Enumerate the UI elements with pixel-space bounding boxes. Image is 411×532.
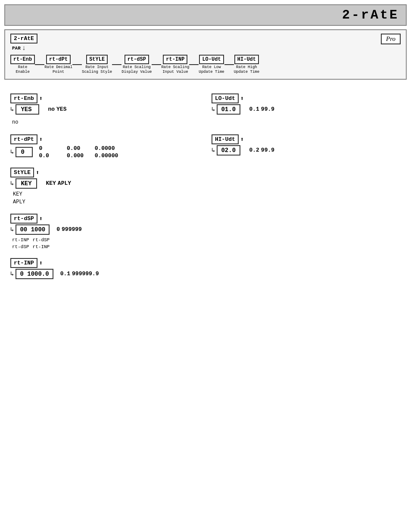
rt-dsp-note4: rt-INP [33,244,50,249]
nav-item-lo-udt[interactable]: LO-Udt Rate LowUpdate Time [199,55,224,75]
section-style: StYLE ⬆ ↳ KEY KEY APLY KEY APLY [4,163,206,209]
section-rt-dsp-right [206,209,407,254]
hi-udt-range-min: 0.2 [249,147,259,153]
style-key-desc: KEY [13,191,199,197]
lo-udt-value: 01.0 [217,104,240,115]
rt-dsp-range-max: 999999 [62,226,82,233]
lo-udt-range-max: 99.9 [261,106,274,112]
rt-dpt-value: 0 [16,147,33,157]
rt-dpt-opt-1: 0 [39,145,62,152]
section-empty-style-right [206,163,407,209]
rt-dsp-note3: rt-dSP [12,244,29,249]
rt-enb-arrow: ↳ [10,106,14,113]
section-rt-inp-right [206,254,407,283]
style-param-box: StYLE [10,168,34,177]
nav-item-style[interactable]: StYLE Rate InputScaling Style [82,55,112,75]
style-opt-key: KEY [46,180,56,187]
hi-udt-value: 02.0 [217,145,240,156]
rt-dsp-range-min: 0 [56,226,60,233]
par-label: PAR [12,46,21,51]
style-value: KEY [16,178,37,189]
rt-enb-range-max: YES [56,106,66,112]
rt-inp-param-box: rt-INP [10,258,37,268]
rt-dsp-icon: ⬆ [39,215,43,222]
nav-item-rt-dpt[interactable]: rt-dPt Rate DecimalPoint [44,55,72,75]
section-hi-udt: HI-Udt ⬆ ↳ 02.0 0.2 99.9 [206,130,407,163]
section-rt-dpt: rt-dPt ⬆ ↳ 0 0 0.00 0.0000 0.0 0.000 0.0… [4,130,206,163]
hi-udt-param-box: HI-Udt [212,134,239,144]
rt-enb-param-box: rt-Enb [10,93,37,103]
rt-dsp-value: 00 1000 [16,224,50,235]
lo-udt-param-box: LO-Udt [212,93,239,103]
pro-box: Pro [381,34,401,44]
style-arrow: ↳ [10,180,14,187]
style-icon: ⬆ [36,169,39,176]
hi-udt-arrow: ↳ [212,146,215,154]
rt-dpt-param-box: rt-dPt [10,134,37,144]
header-bar: 2-rAtE [4,4,407,26]
nav-item-rt-inp[interactable]: rt-INP Rate ScalingInput Value [161,55,189,75]
rt-dpt-opt-4: 0.000 [67,152,90,159]
section-rt-dsp: rt-dSP ⬆ ↳ 00 1000 0 999999 rt-INP rt-dS… [4,209,206,254]
rt-enb-range-min: no [48,106,55,112]
par-down-arrow: ↓ [22,44,26,52]
rt-inp-range-max: 999999.9 [72,271,99,277]
rt-dpt-icon: ⬆ [39,136,43,143]
section-rt-enb: rt-Enb ⬆ ↳ YES no YES no [4,87,206,130]
nav-item-rt-enb[interactable]: rt-Enb RateEnable [10,55,35,75]
hi-udt-icon: ⬆ [240,136,244,143]
nav-items-row: rt-Enb RateEnable rt-dPt Rate DecimalPoi… [10,55,401,75]
nav-block: 2-rAtE PAR ↓ Pro rt-Enb RateEnable rt-dP… [4,29,407,80]
rt-dpt-arrow: ↳ [10,148,14,156]
rt-dpt-opt-2: 0.0 [39,152,62,159]
lo-udt-range-min: 0.1 [249,106,259,112]
rt-inp-arrow: ↳ [10,270,14,277]
rt-dsp-param-box: rt-dSP [10,214,37,224]
lo-udt-arrow: ↳ [212,106,215,113]
rt-enb-icon: ⬆ [39,95,43,102]
rt-enb-default: no [12,119,18,125]
header-title: 2-rAtE [342,8,399,22]
rt-enb-value: YES [16,104,39,115]
nav-current-box: 2-rAtE [10,34,37,44]
style-opt-aply: APLY [58,180,71,187]
rt-dsp-note1: rt-INP [12,237,29,243]
rt-dpt-opt-5: 0.0000 [95,145,118,152]
rt-inp-range-min: 0.1 [60,271,70,277]
style-aply-desc: APLY [13,199,199,205]
nav-item-rt-dsp[interactable]: rt-dSP Rate ScalingDisplay Value [121,55,152,75]
rt-inp-value: 0 1000.0 [16,269,53,279]
rt-dpt-opt-3: 0.00 [67,145,90,152]
rt-dsp-note2: rt-dSP [33,237,50,243]
rt-dsp-arrow: ↳ [10,226,14,233]
rt-dpt-opt-6: 0.00000 [95,152,118,159]
hi-udt-range-max: 99.9 [261,147,274,153]
nav-item-hi-udt[interactable]: HI-Udt Rate HighUpdate Time [234,55,259,75]
section-rt-inp: rt-INP ⬆ ↳ 0 1000.0 0.1 999999.9 [4,254,206,283]
lo-udt-icon: ⬆ [240,95,244,102]
section-lo-udt: LO-Udt ⬆ ↳ 01.0 0.1 99.9 [206,87,407,130]
rt-inp-icon: ⬆ [39,259,43,267]
